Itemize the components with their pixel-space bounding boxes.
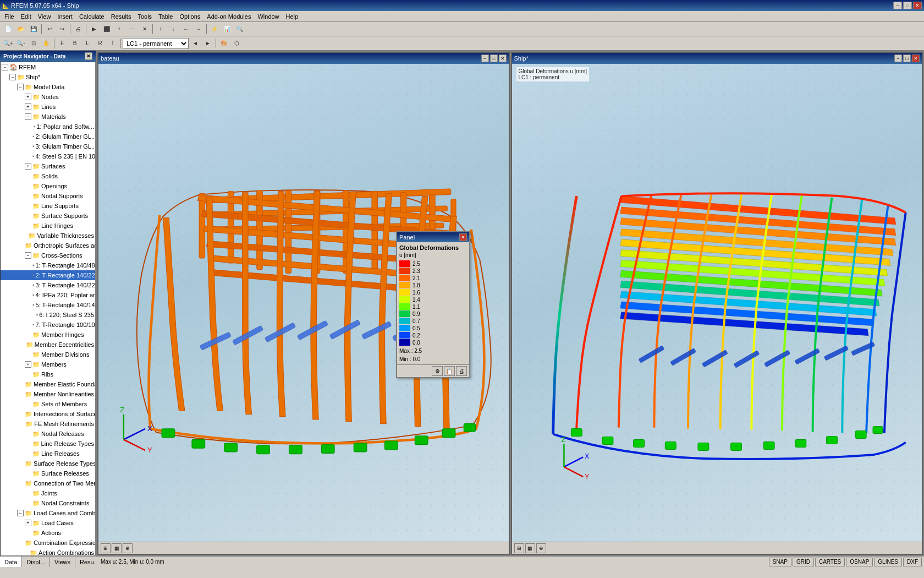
vp-right-axis-btn[interactable]: ⊕ [536,543,546,553]
tree-item[interactable]: ▪2: T-Rectangle 140/22... [1,270,95,280]
tb-btn-7[interactable]: ↓ [167,23,179,35]
tb-btn-9[interactable]: → [193,23,205,35]
tree-item[interactable]: 📁Nodal Constraints [1,498,95,508]
save-button[interactable]: 💾 [28,23,40,35]
tb-btn-11[interactable]: 🔍 [234,23,246,35]
maximize-button[interactable]: □ [903,2,912,9]
zoom-out[interactable]: 🔍- [15,37,27,50]
expand-icon[interactable]: − [25,252,31,259]
tree-item[interactable]: +📁Nodes [1,92,95,102]
tree-item[interactable]: ▪1: T-Rectangle 140/48... [1,260,95,270]
tree-item[interactable]: +📁Surfaces [1,161,95,171]
tree-item[interactable]: +📁Lines [1,102,95,112]
tree-item[interactable]: 📁Member Divisions [1,350,95,359]
lc-select[interactable]: LC1 - permanent [123,38,189,49]
view-top[interactable]: T [107,37,119,50]
open-button[interactable]: 📂 [15,23,27,35]
tree-item[interactable]: −📁Load Cases and Combinatio... [1,508,95,518]
expand-icon[interactable]: − [9,74,16,80]
vp-minimize[interactable]: − [481,54,489,62]
expand-icon[interactable]: + [25,103,31,110]
tree-item[interactable]: 📁Intersections of Surfaces [1,409,95,419]
vp-maximize[interactable]: □ [490,54,498,62]
tree-item[interactable]: 📁Line Supports [1,201,95,211]
menu-item-insert[interactable]: Insert [54,12,76,21]
zoom-fit[interactable]: ⊡ [28,37,40,50]
panel-export-btn[interactable]: 📋 [444,366,455,376]
tree-item[interactable]: 📁Combination Expressions [1,538,95,548]
tree-item[interactable]: 📁FE Mesh Refinements [1,419,95,429]
tree-item[interactable]: ▪3: Glulam Timber GL... [1,141,95,151]
print-button[interactable]: 🖨 [72,23,84,35]
panel-window-close[interactable]: ✕ [459,233,467,241]
tree-item[interactable]: 📁Nodal Supports [1,191,95,201]
redo-button[interactable]: ↪ [56,23,68,35]
tb-btn-8[interactable]: ← [180,23,192,35]
view-front[interactable]: F [56,37,68,50]
tree-item[interactable]: 📁Member Hinges [1,330,95,340]
tab-views[interactable]: Views [50,557,75,567]
tree-item[interactable]: 📁Nodal Releases [1,429,95,439]
viewport-right-content[interactable]: Global Deformations u [mm] LC1 : permane… [512,64,922,542]
menu-item-help[interactable]: Help [283,12,302,21]
expand-icon[interactable]: − [17,510,24,516]
tree-item[interactable]: −📁Cross-Sections [1,250,95,260]
menu-item-results[interactable]: Results [108,12,135,21]
vp-render-btn[interactable]: ▦ [112,543,122,553]
minimize-button[interactable]: − [893,2,902,9]
tree-item[interactable]: ▪1: Poplar and Softw... [1,122,95,132]
close-button[interactable]: ✕ [913,2,922,9]
tree-item[interactable]: ▪4: IPEa 220; Poplar an... [1,290,95,300]
tree-item[interactable]: +📁Members [1,359,95,369]
menu-item-edit[interactable]: Edit [18,12,35,21]
tree-item[interactable]: 📁Connection of Two Memb... [1,478,95,488]
tree-item[interactable]: −📁Ship* [1,72,95,82]
expand-icon[interactable]: + [25,163,31,170]
tree-item[interactable]: 📁Variable Thicknesses [1,231,95,241]
cartes-button[interactable]: CARTES [815,558,845,566]
tree-item[interactable]: ▪4: Steel S 235 | EN 100... [1,151,95,161]
panel-close[interactable]: ✕ [85,52,92,60]
tree-item[interactable]: 📁Action Combinations [1,548,95,556]
tb-btn-3[interactable]: + [113,23,125,35]
tree-item[interactable]: 📁Line Releases [1,449,95,459]
tree-item[interactable]: −🏠RFEM [1,62,95,72]
expand-icon[interactable]: + [25,94,31,100]
tree-item[interactable]: 📁Orthotropic Surfaces and... [1,241,95,250]
grid-button[interactable]: GRID [793,558,814,566]
lc-next[interactable]: ► [202,37,214,50]
dxf-button[interactable]: DXF [903,558,922,566]
panel-settings-btn[interactable]: ⚙ [432,366,443,376]
vp-grid-btn[interactable]: ⊞ [101,543,111,553]
tb-btn-1[interactable]: ▶ [88,23,100,35]
expand-icon[interactable]: + [25,361,31,368]
tree-item[interactable]: 📁Line Release Types [1,439,95,449]
expand-icon[interactable]: − [2,64,8,70]
view-left[interactable]: L [81,37,94,50]
expand-icon[interactable]: − [25,113,31,120]
tree-item[interactable]: 📁Joints [1,488,95,498]
tree-item[interactable]: 📁Openings [1,181,95,191]
tree-item[interactable]: −📁Model Data [1,82,95,92]
view-back[interactable]: B [69,37,81,50]
tb-btn-10[interactable]: 📊 [221,23,233,35]
render-btn[interactable]: 🎨 [218,37,230,50]
tb-btn-5[interactable]: ✕ [139,23,151,35]
zoom-in[interactable]: 🔍+ [2,37,14,50]
tree-item[interactable]: ▪2: Glulam Timber GL... [1,132,95,141]
tb-btn-4[interactable]: − [126,23,138,35]
vp-right-maximize[interactable]: □ [903,54,911,62]
tab-display[interactable]: Displ... [22,557,50,567]
expand-icon[interactable]: − [17,84,24,90]
menu-item-file[interactable]: File [1,12,18,21]
vp-close[interactable]: ✕ [499,54,507,62]
vp-right-close[interactable]: ✕ [912,54,920,62]
tree-item[interactable]: 📁Member Eccentricities [1,340,95,350]
vp-right-grid-btn[interactable]: ⊞ [514,543,524,553]
tb-btn-2[interactable]: ⬛ [101,23,113,35]
expand-icon[interactable]: + [25,520,31,526]
pan[interactable]: ✋ [40,37,52,50]
tree-item[interactable]: 📁Surface Supports [1,211,95,221]
glines-button[interactable]: GLINES [874,558,902,566]
menu-item-view[interactable]: View [35,12,54,21]
